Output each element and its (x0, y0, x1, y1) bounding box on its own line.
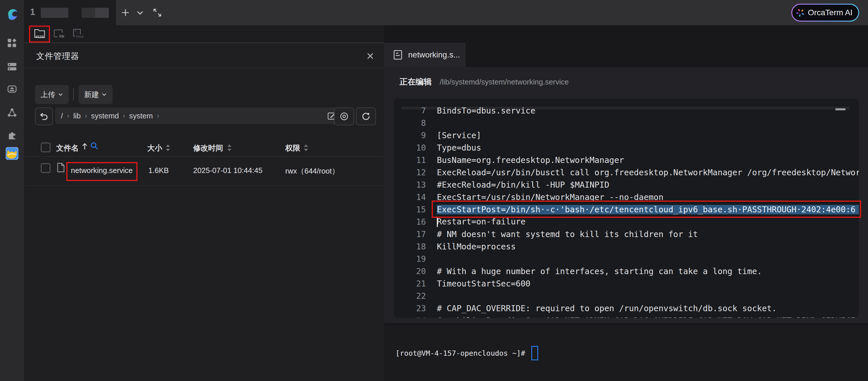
sidebar-item-cloud-drive[interactable] (6, 83, 18, 95)
session-tab-bar: 1 (24, 0, 116, 25)
session-tab-title-redacted[interactable] (41, 8, 68, 18)
code-line[interactable]: 19 (394, 253, 859, 265)
file-manager-panel: 文件管理器 上传 新建 /›lib›systemd›system› (24, 43, 384, 381)
line-text: # With a huge number of interfaces, star… (437, 267, 859, 276)
line-number: 24 (394, 316, 426, 318)
line-text: ExecStartPost=/bin/sh·-c·'bash·/etc/tenc… (437, 205, 859, 214)
line-text: # NM doesn't want systemd to kill its ch… (437, 230, 859, 239)
row-checkbox[interactable] (41, 163, 51, 173)
line-text: CapabilityBoundingSet=CAP_NET_ADMIN CAP_… (437, 316, 859, 318)
code-line[interactable]: 12ExecReload=/usr/bin/busctl call org.fr… (394, 166, 859, 179)
close-session-window-icon[interactable] (53, 28, 65, 39)
code-line[interactable]: 14ExecStart=/usr/sbin/NetworkManager --n… (394, 191, 859, 203)
terminal-prompt-line[interactable]: [root@VM-4-157-opencloudos ~]# (396, 346, 538, 360)
file-name[interactable]: networking.service (71, 166, 133, 175)
code-editor[interactable]: 7BindsTo=dbus.service89[Service]10Type=d… (394, 98, 859, 318)
code-line[interactable]: 9[Service] (394, 129, 859, 142)
editor-tab[interactable]: networking.s... (384, 43, 466, 67)
line-number: 7 (394, 106, 426, 116)
svg-text:SFTP: SFTP (36, 35, 43, 38)
orcaterm-app: 1 (0, 0, 868, 381)
line-number: 9 (394, 131, 426, 140)
editing-status-bar: 正在编辑 /lib/systemd/system/networking.serv… (400, 77, 569, 87)
sort-icon[interactable] (227, 144, 231, 152)
chevron-right-icon: › (123, 112, 125, 120)
fullscreen-expand-button[interactable] (152, 7, 162, 18)
sort-ascending-arrow-icon[interactable] (82, 143, 88, 150)
editor-tab-strip: networking.s... (384, 25, 868, 67)
svg-text:Tmux: Tmux (76, 35, 84, 38)
line-number: 11 (394, 155, 426, 165)
chevron-right-icon: › (67, 112, 69, 120)
session-tab-number[interactable]: 1 (30, 7, 35, 17)
search-icon[interactable] (90, 142, 98, 150)
code-line[interactable]: 11BusName=org.freedesktop.NetworkManager (394, 154, 859, 166)
code-lines: 7BindsTo=dbus.service89[Service]10Type=d… (394, 105, 859, 318)
sidebar-item-plugins[interactable] (6, 129, 18, 141)
column-header-permission[interactable]: 权限 (285, 143, 300, 153)
close-icon[interactable] (366, 52, 375, 60)
line-text: ExecReload=/usr/bin/busctl call org.free… (437, 168, 859, 177)
code-line[interactable]: 16Restart=on-failure (394, 216, 859, 228)
line-text: #ExecReload=/bin/kill -HUP $MAINPID (437, 180, 859, 189)
upload-button-label: 上传 (40, 90, 55, 100)
tab-list-chevron-down-icon[interactable] (135, 7, 145, 18)
orcaterm-ai-button[interactable]: OrcaTerm AI (792, 4, 859, 22)
new-tab-button[interactable] (120, 7, 131, 18)
breadcrumb-segment[interactable]: lib (73, 112, 81, 120)
tmux-button[interactable]: >_ Tmux (72, 28, 84, 39)
app-logo-icon (6, 7, 18, 21)
sidebar-item-app-avatar[interactable] (6, 147, 19, 160)
sidebar-item-share-network[interactable] (6, 107, 18, 118)
line-number: 21 (394, 279, 426, 289)
breadcrumb-segment[interactable]: / (61, 112, 63, 120)
code-line[interactable]: 8 (394, 117, 859, 129)
sidebar-item-servers[interactable] (6, 61, 18, 72)
orcaterm-ai-label: OrcaTerm AI (808, 8, 852, 17)
breadcrumb[interactable]: /›lib›systemd›system› (55, 108, 342, 124)
line-text: Restart=on-failure (437, 217, 859, 227)
terminal-pane[interactable]: [root@VM-4-157-opencloudos ~]# (384, 324, 868, 381)
upload-button[interactable]: 上传 (35, 85, 69, 104)
line-number: 15 (394, 205, 426, 214)
scrollbar-mark[interactable] (835, 108, 846, 110)
sidebar (0, 0, 24, 381)
file-manager-header: 文件管理器 (24, 43, 384, 68)
line-text: TimeoutStartSec=600 (437, 279, 859, 289)
line-text: KillMode=process (437, 242, 859, 252)
editing-status-label: 正在编辑 (400, 77, 432, 87)
code-line[interactable]: 13#ExecReload=/bin/kill -HUP $MAINPID (394, 179, 859, 191)
column-header-filename[interactable]: 文件名 (56, 143, 79, 153)
show-hidden-files-button[interactable] (334, 108, 354, 125)
breadcrumb-segment[interactable]: system (129, 112, 153, 120)
navigate-back-button[interactable] (35, 108, 53, 125)
editor-tab-label: networking.s... (408, 50, 460, 59)
line-text: ExecStart=/usr/sbin/NetworkManager --no-… (437, 193, 859, 202)
code-line[interactable]: 22 (394, 290, 859, 302)
sftp-file-manager-button[interactable]: SFTP (34, 28, 47, 40)
sort-icon[interactable] (166, 144, 170, 152)
code-line[interactable]: 20# With a huge number of interfaces, st… (394, 265, 859, 277)
breadcrumb-segment[interactable]: systemd (91, 112, 119, 120)
code-line[interactable]: 18KillMode=process (394, 240, 859, 253)
code-line[interactable]: 7BindsTo=dbus.service (394, 105, 859, 117)
code-line[interactable]: 24CapabilityBoundingSet=CAP_NET_ADMIN CA… (394, 315, 859, 318)
line-number: 20 (394, 267, 426, 276)
chevron-right-icon: › (157, 112, 159, 120)
column-header-size[interactable]: 大小 (147, 143, 162, 153)
refresh-button[interactable] (356, 108, 376, 125)
code-line[interactable]: 15ExecStartPost=/bin/sh·-c·'bash·/etc/te… (394, 203, 859, 216)
code-line[interactable]: 10Type=dbus (394, 142, 859, 154)
file-permission: rwx（644/root） (285, 166, 339, 176)
undo-arrow-icon (39, 112, 49, 121)
column-header-modified[interactable]: 修改时间 (193, 143, 223, 153)
sidebar-item-dashboard[interactable] (6, 37, 18, 49)
new-file-button[interactable]: 新建 (79, 85, 113, 104)
select-all-checkbox[interactable] (41, 143, 51, 152)
line-number: 8 (394, 118, 426, 128)
terminal-prompt: [root@VM-4-157-opencloudos ~]# (396, 349, 530, 357)
code-line[interactable]: 23# CAP_DAC_OVERRIDE: required to open /… (394, 302, 859, 315)
sort-icon[interactable] (304, 144, 308, 152)
code-line[interactable]: 17# NM doesn't want systemd to kill its … (394, 228, 859, 240)
code-line[interactable]: 21TimeoutStartSec=600 (394, 277, 859, 290)
